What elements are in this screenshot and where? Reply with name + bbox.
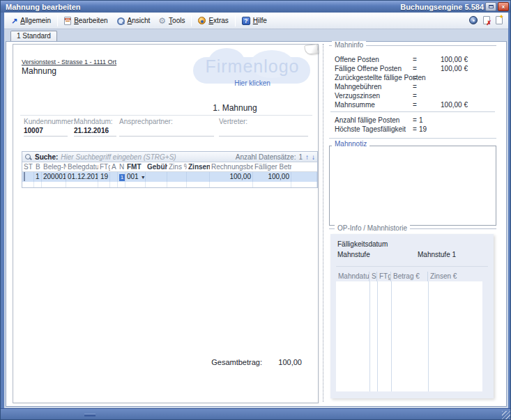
menu-hilfe[interactable]: ? Hilfe (238, 15, 271, 26)
record-count-label: Anzahl Datensätze: (236, 153, 296, 161)
dropdown-arrow-icon[interactable]: ▼ (141, 175, 146, 180)
new-document-icon: ✦ (496, 16, 503, 24)
field-mahndatum[interactable]: Mahndatum: 21.12.2016 (74, 118, 116, 137)
disc-button[interactable] (466, 13, 480, 29)
close-icon: x (502, 3, 505, 10)
cell-faelliger-betrag: 100,00 (253, 172, 291, 182)
equals-sign: = (413, 101, 417, 109)
mahninfo-label: Offene Posten (335, 56, 379, 63)
close-button[interactable]: x (498, 2, 509, 11)
record-count-value: 1 (298, 153, 303, 161)
resize-grip-icon[interactable] (502, 411, 510, 419)
logo-text: Firmenlogo (189, 56, 316, 77)
cancel-document-button[interactable]: ✗ (480, 13, 493, 29)
field-kundennummer[interactable]: Kundennummer: 10007 (24, 118, 75, 137)
logo-click-hint[interactable]: Hier klicken (189, 79, 316, 87)
history-col-zinsen[interactable]: Zinsen € (428, 272, 482, 281)
app-window: Mahnung bearbeiten Buchungsengine 5.584 … (0, 0, 511, 420)
menu-bearbeiten-label: Bearbeiten (74, 17, 107, 24)
menu-extras-label: Extras (208, 17, 228, 24)
field-vertreter[interactable]: Vertreter: (219, 118, 308, 137)
history-col-mahndatum[interactable]: Mahndatum (336, 272, 369, 281)
mahnstufe-label: Mahnstufe (337, 251, 370, 258)
column-header-belegnr[interactable]: Beleg-Nr. (42, 162, 66, 171)
menu-tools-label: Tools (169, 17, 185, 24)
column-header-st[interactable]: ST (22, 162, 34, 171)
new-document-button[interactable]: ✦ (493, 13, 505, 29)
menu-ansicht-label: Ansicht (128, 17, 151, 24)
cell-zinsproz (167, 172, 187, 182)
field-value (219, 127, 308, 135)
menu-bar: ↗ Allgemein Bearbeiten Ansicht ⚙ Tools E… (4, 13, 508, 29)
menu-bearbeiten[interactable]: Bearbeiten (60, 15, 112, 26)
history-col-betrag[interactable]: Betrag € (391, 272, 428, 281)
info-panel: Mahninfo Offene Posten = 100,00 € Fällig… (328, 42, 502, 406)
column-line (377, 281, 378, 391)
table-header-row: ST B Beleg-Nr. Belegdatum FTg A N FMT Ge… (22, 162, 317, 172)
history-col-s[interactable]: S (369, 272, 377, 281)
field-ansprechpartner[interactable]: Ansprechpartner: (119, 118, 214, 137)
resize-grip-icon[interactable] (84, 414, 96, 417)
column-header-rechnungsbetrag[interactable]: Rechnungsbetrag € (210, 162, 253, 171)
diagonal-arrow-icon: ↗ (11, 17, 17, 24)
content-area: Versionstest - Strasse 1 - 1111 Ort Mahn… (6, 41, 507, 407)
table-row[interactable]: 1 200001 01.12.2016 19 1 001▼ 100,00 100… (22, 172, 317, 182)
column-header-a[interactable]: A (110, 162, 118, 171)
equals-sign: = (413, 65, 417, 72)
restore-icon (489, 5, 494, 8)
mahninfo-row: Mahngebühren = (328, 83, 498, 92)
column-header-b[interactable]: B (34, 162, 42, 171)
search-input[interactable] (61, 153, 232, 161)
column-header-ftg[interactable]: FTg (98, 162, 110, 171)
column-header-zinsen[interactable]: Zinsen € (187, 162, 210, 171)
help-icon: ? (242, 17, 250, 25)
equals-sign: = (413, 83, 417, 91)
history-col-ftg[interactable]: FTg (377, 272, 391, 281)
n-flag-box: 1 (119, 174, 125, 181)
menu-tools[interactable]: ⚙ Tools (154, 15, 189, 26)
scroll-up-icon[interactable]: ↑ (305, 153, 309, 161)
mahninfo-label: Mahnsumme (335, 101, 375, 109)
cell-a (110, 172, 118, 182)
column-header-fmt[interactable]: FMT (125, 162, 146, 171)
mahninfo-stat-row: Anzahl fällige Posten = 1 (328, 116, 498, 125)
mahnnotiz-legend: Mahnnotiz (332, 140, 369, 148)
column-header-zinsproz[interactable]: Zins % (167, 162, 187, 171)
row-grid-icon-cell[interactable] (22, 172, 34, 182)
scroll-down-icon[interactable]: ↓ (312, 153, 315, 161)
mahninfo-row: Mahnsumme = 100,00 € (328, 101, 498, 110)
items-table: Suche: Anzahl Datensätze: 1 ↑ ↓ ST B Bel… (22, 151, 318, 188)
column-header-belegdatum[interactable]: Belegdatum (66, 162, 98, 171)
cell-rechnungsbetrag: 100,00 (210, 172, 253, 182)
mahnnotiz-textarea[interactable] (329, 146, 496, 226)
window-title: Mahnung bearbeiten (6, 3, 81, 11)
menu-hilfe-label: Hilfe (253, 17, 267, 24)
column-header-faelliger-betrag[interactable]: Fälliger Betrag € (253, 162, 291, 171)
total-label: Gesamtbetrag: (181, 358, 262, 366)
field-label: Vertreter: (219, 118, 308, 125)
equals-sign: = (413, 74, 417, 81)
cancel-document-icon: ✗ (483, 16, 490, 24)
mahninfo-label: Fällige Offene Posten (335, 65, 402, 72)
mahninfo-row: Fällige Offene Posten = 100,00 € (328, 65, 498, 74)
tab-standard[interactable]: 1 Standard (10, 31, 57, 41)
column-header-filler (291, 162, 317, 171)
cell-fmt[interactable]: 001▼ (125, 172, 146, 182)
menu-allgemein[interactable]: ↗ Allgemein (7, 15, 55, 26)
menu-ansicht[interactable]: Ansicht (112, 15, 155, 26)
window-bottom-frame (1, 408, 511, 420)
column-line (428, 281, 429, 391)
column-header-gebuehr[interactable]: Gebühr € (146, 162, 167, 171)
orb-icon (198, 17, 206, 24)
menu-extras[interactable]: Extras (194, 15, 232, 26)
restore-button[interactable] (485, 2, 496, 11)
search-bar: Suche: Anzahl Datensätze: 1 ↑ ↓ (22, 152, 317, 162)
cell-n[interactable]: 1 (118, 172, 125, 182)
field-value (119, 127, 214, 135)
field-label: Kundennummer: (24, 118, 75, 125)
column-header-n[interactable]: N (118, 162, 125, 171)
title-bar[interactable]: Mahnung bearbeiten Buchungsengine 5.584 … (1, 1, 511, 13)
equals-sign: = (413, 92, 417, 100)
op-info-legend: OP-Info / Mahnhistorie (335, 224, 410, 232)
company-logo-placeholder[interactable]: Firmenlogo Hier klicken (189, 47, 316, 96)
